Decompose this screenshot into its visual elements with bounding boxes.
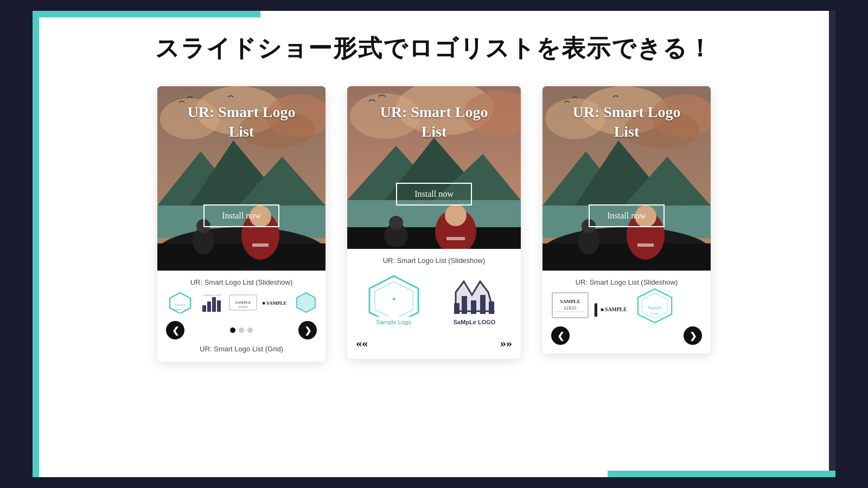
card-3-subtitle: UR: Smart Logo List (Slideshow)	[551, 278, 702, 286]
card-2-logo-grid: ✦ Sample Logo	[356, 270, 512, 329]
svg-text:SAMPLE: SAMPLE	[560, 299, 580, 304]
svg-point-40	[389, 216, 403, 230]
cards-row: UR: Smart LogoList Install now UR: Smart…	[65, 86, 803, 362]
page-title: スライドショー形式でロゴリストを表示できる！	[155, 33, 713, 65]
card-2-logo-2: SaMpLe LOGO	[437, 273, 512, 325]
svg-rect-20	[207, 301, 211, 312]
svg-rect-10	[157, 243, 326, 271]
svg-rect-51	[471, 300, 476, 314]
svg-rect-49	[454, 303, 459, 314]
svg-text:■ SAMPLE: ■ SAMPLE	[601, 306, 627, 312]
card-2-banner-title: UR: Smart LogoList	[347, 102, 521, 142]
logo-item-5	[292, 292, 317, 313]
card-3-body: UR: Smart Logo List (Slideshow) SAMPLE L…	[542, 271, 711, 354]
card-2-subtitle: UR: Smart Logo List (Slideshow)	[356, 256, 512, 265]
card-1-dots	[230, 328, 253, 333]
dot-1-active[interactable]	[230, 328, 235, 333]
svg-text:LOGO: LOGO	[564, 306, 576, 311]
card-1-logo-strip: Sample Sample Logo SAMPLE LOGO	[166, 292, 317, 313]
svg-rect-52	[480, 295, 486, 314]
card-3-next-button[interactable]: ❯	[684, 326, 702, 345]
card-2-next-button[interactable]: »»	[500, 336, 512, 350]
svg-rect-38	[347, 227, 521, 249]
svg-text:✦: ✦	[391, 296, 397, 303]
card-3-logo-2: ■ SAMPLE	[593, 292, 631, 319]
svg-rect-69	[637, 243, 654, 247]
svg-text:SAMPLE: SAMPLE	[235, 300, 251, 305]
dot-1-3[interactable]	[247, 328, 253, 333]
logo-item-3: SAMPLE LOGO	[229, 292, 257, 313]
svg-rect-74	[595, 304, 597, 317]
card-2-banner: UR: Smart LogoList Install now	[347, 86, 521, 249]
card-3-banner: UR: Smart LogoList Install now	[542, 86, 711, 271]
svg-rect-70	[552, 293, 588, 318]
svg-rect-21	[212, 297, 216, 312]
card-3-banner-title: UR: Smart LogoList	[542, 102, 711, 142]
svg-rect-15	[252, 243, 269, 247]
card-2-install-button[interactable]: Install now	[396, 183, 472, 206]
svg-rect-43	[446, 237, 465, 240]
card-1-footer-label: UR: Smart Logo List (Grid)	[166, 345, 317, 353]
card-1-banner-title: UR: Smart LogoList	[157, 102, 326, 142]
card-1-body: UR: Smart Logo List (Slideshow) Sample S…	[157, 271, 326, 362]
card-1-prev-button[interactable]: ❮	[166, 321, 184, 339]
svg-rect-22	[217, 300, 221, 312]
card-1-banner: UR: Smart LogoList Install now	[157, 86, 326, 271]
svg-rect-64	[542, 243, 711, 271]
card-3-logo-1: SAMPLE LOGO	[551, 292, 589, 319]
main-container: スライドショー形式でロゴリストを表示できる！	[33, 11, 835, 477]
card-2: UR: Smart LogoList Install now UR: Smart…	[347, 86, 521, 359]
svg-text:Sample: Sample	[648, 305, 662, 310]
card-2-body: UR: Smart Logo List (Slideshow) ✦ Sample…	[347, 249, 521, 359]
card-3: UR: Smart LogoList Install now UR: Smart…	[542, 86, 711, 354]
svg-text:Logo: Logo	[651, 311, 659, 315]
card-1-next-button[interactable]: ❯	[298, 321, 317, 339]
svg-point-42	[445, 204, 467, 226]
svg-text:LOGO: LOGO	[239, 305, 248, 309]
card-1: UR: Smart LogoList Install now UR: Smart…	[157, 86, 326, 362]
svg-rect-50	[462, 296, 467, 314]
svg-text:Sample: Sample	[175, 303, 186, 307]
card-3-install-button[interactable]: Install now	[589, 204, 665, 227]
card-3-logo-strip: SAMPLE LOGO ■ SAMPLE	[551, 292, 702, 319]
teal-bar-left	[33, 11, 39, 477]
card-1-install-button[interactable]: Install now	[203, 204, 279, 227]
card-2-prev-button[interactable]: ««	[356, 336, 368, 350]
svg-text:SAMPLE LOGO: SAMPLE LOGO	[202, 294, 221, 297]
teal-bar-right	[829, 11, 835, 477]
card-3-nav-row: ❮ ❯	[551, 324, 702, 345]
logo-item-2: SAMPLE LOGO	[197, 292, 226, 313]
card-2-nav-row: «« »»	[356, 334, 512, 350]
svg-text:Sample Logo: Sample Logo	[173, 308, 188, 311]
logo-item-1: Sample Sample Logo	[166, 292, 194, 313]
card-3-prev-button[interactable]: ❮	[551, 326, 570, 345]
card-3-logo-3: Sample Logo	[636, 292, 674, 319]
card-2-logo-1: ✦ Sample Logo	[356, 273, 431, 325]
card-1-subtitle: UR: Smart Logo List (Slideshow)	[166, 278, 317, 286]
svg-text:■ SAMPLE: ■ SAMPLE	[262, 300, 286, 306]
dot-1-2[interactable]	[239, 328, 244, 333]
svg-rect-53	[489, 301, 494, 314]
logo-item-4: ■ SAMPLE	[260, 292, 289, 313]
svg-rect-19	[202, 305, 206, 312]
card-1-nav-row: ❮ ❯	[166, 319, 317, 339]
